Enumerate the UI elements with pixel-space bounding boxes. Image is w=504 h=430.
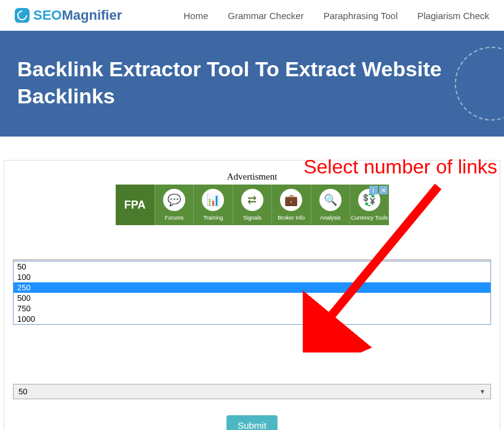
chat-icon: 💬 [163,189,185,211]
nav-grammar-checker[interactable]: Grammar Checker [228,10,303,21]
dropdown-listbox[interactable]: 50 100 250 500 750 1000 [13,261,491,325]
magnify-icon: 🔍 [319,189,342,211]
ad-item-forums[interactable]: 💬Forums [154,185,193,225]
dropdown-option-250[interactable]: 250 [14,282,490,293]
ad-item-training[interactable]: 📊Training [193,185,232,225]
ad-item-broker[interactable]: 💼Broker Info [271,185,310,225]
chart-icon: 📊 [202,189,224,211]
ad-fpa-badge: FPA [116,185,154,225]
logo-text: SEOMagnifier [33,7,122,23]
logo[interactable]: SEOMagnifier [15,7,122,23]
nav-plagiarism-check[interactable]: Plagiarism Check [417,10,489,21]
magnifier-icon [15,8,30,23]
main-content: Select number of links Advertisment FPA … [4,160,500,430]
ad-item-analysis[interactable]: 🔍Analysis [311,185,350,225]
nav: Home Grammar Checker Paraphrasing Tool P… [183,10,489,21]
logo-seo: SEO [33,7,62,23]
arrows-icon: ⇄ [241,189,263,211]
briefcase-icon: 💼 [280,189,302,211]
page-title: Backlink Extractor Tool To Extract Websi… [17,55,487,109]
chevron-down-icon: ▼ [479,388,486,395]
ad-info-icon[interactable]: i [369,186,378,194]
dropdown-option-50[interactable]: 50 [14,261,490,272]
ad-item-signals[interactable]: ⇄Signals [233,185,271,225]
annotation-label: Select number of links [303,156,497,178]
link-count-dropdown: 50 100 250 500 750 1000 50 ▼ [13,322,491,399]
dropdown-option-500[interactable]: 500 [14,293,490,303]
ad-banner[interactable]: FPA 💬Forums 📊Training ⇄Signals 💼Broker I… [116,185,389,225]
dropdown-option-1000[interactable]: 1000 [14,314,490,324]
dropdown-option-100[interactable]: 100 [14,272,490,282]
logo-magnifier: Magnifier [62,7,122,23]
ad-close-controls: i ✕ [369,186,388,194]
ad-close-icon[interactable]: ✕ [379,186,388,194]
dropdown-option-750[interactable]: 750 [14,303,490,314]
hero-banner: Backlink Extractor Tool To Extract Websi… [0,31,504,137]
nav-paraphrasing-tool[interactable]: Paraphrasing Tool [324,10,398,21]
submit-button[interactable]: Submit [226,415,278,430]
header: SEOMagnifier Home Grammar Checker Paraph… [0,0,504,31]
nav-home[interactable]: Home [183,10,208,21]
select-value: 50 [18,387,27,396]
link-count-select[interactable]: 50 ▼ [13,384,491,399]
